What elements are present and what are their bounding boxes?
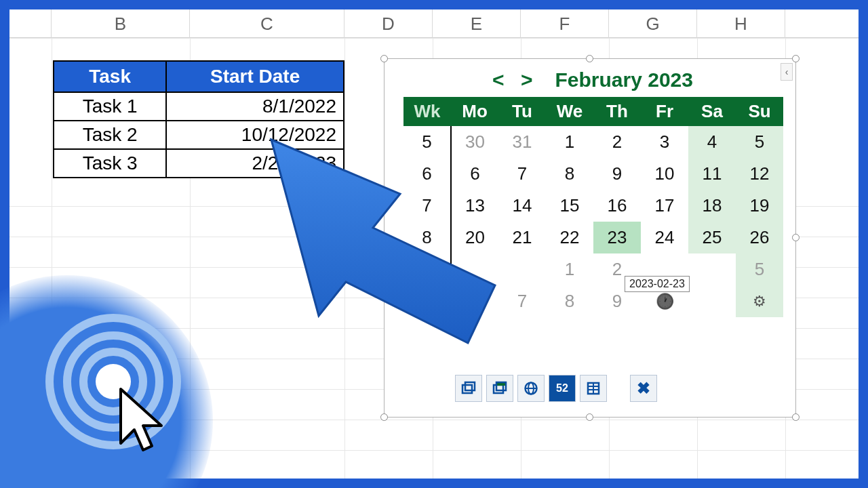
toolbar-window1-icon[interactable] — [455, 375, 482, 402]
start-date-header: Start Date — [166, 61, 344, 92]
day-cell[interactable]: 23 — [593, 222, 641, 253]
svg-rect-1 — [465, 382, 475, 390]
column-header-b[interactable]: B — [52, 9, 190, 38]
resize-handle[interactable] — [380, 413, 388, 421]
resize-handle[interactable] — [792, 413, 800, 421]
day-cell[interactable]: 15 — [546, 190, 593, 222]
column-header-g[interactable]: G — [609, 9, 697, 38]
day-cell[interactable]: 26 — [736, 222, 783, 253]
day-cell[interactable]: 30 — [451, 126, 498, 158]
resize-handle[interactable] — [380, 234, 388, 241]
day-cell[interactable]: 4 — [688, 126, 736, 158]
day-cell[interactable]: 3 — [641, 126, 688, 158]
calendar-title-bar: < > February 2023 — [384, 68, 795, 92]
day-cell[interactable]: 17 — [641, 190, 688, 222]
task-name-cell[interactable]: Task 1 — [54, 92, 166, 121]
day-cell[interactable]: 13 — [451, 190, 498, 222]
day-cell[interactable]: 6 — [451, 285, 498, 317]
day-cell[interactable]: 19 — [736, 190, 783, 222]
cursor-icon — [113, 385, 174, 460]
resize-handle[interactable] — [792, 55, 800, 62]
day-cell[interactable]: 25 — [688, 222, 736, 253]
day-cell[interactable]: 16 — [593, 190, 641, 222]
calendar-grid: WkMoTuWeThFrSaSu 53031123456678910111271… — [403, 97, 783, 317]
task-date-cell[interactable]: 10/12/2022 — [166, 121, 344, 149]
gear-icon[interactable]: ⚙ — [736, 285, 783, 317]
week-number: 9 — [403, 253, 451, 285]
weekday-header: Tu — [498, 97, 546, 126]
day-cell[interactable]: 31 — [498, 126, 546, 158]
toolbar-window2-icon[interactable] — [486, 375, 513, 402]
day-cell[interactable]: 7 — [498, 158, 546, 190]
day-cell[interactable]: 1 — [546, 126, 593, 158]
day-cell[interactable]: 5 — [736, 253, 783, 285]
day-cell — [688, 285, 736, 317]
app-frame: B C D E F G H Task Start Date — [0, 0, 868, 488]
column-header-h[interactable]: H — [697, 9, 785, 38]
day-cell[interactable]: 11 — [688, 158, 736, 190]
column-header-e[interactable]: E — [433, 9, 521, 38]
weekday-header: Th — [593, 97, 641, 126]
month-title[interactable]: February 2023 — [555, 68, 692, 91]
resize-handle[interactable] — [792, 234, 800, 241]
day-cell[interactable]: 21 — [498, 222, 546, 253]
weekday-header: Wk — [403, 97, 451, 126]
column-header-f[interactable]: F — [521, 9, 609, 38]
day-cell[interactable]: 7 — [498, 285, 546, 317]
prev-month-button[interactable]: < — [487, 68, 510, 91]
day-cell[interactable]: 9 — [593, 158, 641, 190]
resize-handle[interactable] — [586, 55, 593, 62]
day-cell[interactable]: 8 — [546, 285, 593, 317]
day-cell[interactable]: 6 — [451, 158, 498, 190]
week-number: 5 — [403, 126, 451, 158]
column-header-a[interactable] — [9, 9, 52, 38]
day-cell[interactable]: 1 — [546, 253, 593, 285]
day-cell[interactable]: 8 — [546, 158, 593, 190]
day-cell[interactable]: 12 — [736, 158, 783, 190]
weekday-header: We — [546, 97, 593, 126]
task-header: Task — [54, 61, 166, 92]
column-header-row: B C D E F G H — [9, 9, 859, 38]
week-number: 8 — [403, 222, 451, 253]
day-cell[interactable]: 24 — [641, 222, 688, 253]
table-row[interactable]: Task 1 8/1/2022 — [54, 92, 344, 121]
day-cell[interactable]: 20 — [451, 222, 498, 253]
task-name-cell[interactable]: Task 3 — [54, 149, 166, 178]
toolbar-week-number-icon[interactable]: 52 — [549, 375, 576, 402]
day-cell[interactable]: 18 — [688, 190, 736, 222]
toolbar-table-icon[interactable] — [580, 375, 607, 402]
task-name-cell[interactable]: Task 2 — [54, 121, 166, 149]
weekday-header: Fr — [641, 97, 688, 126]
task-table[interactable]: Task Start Date Task 1 8/1/2022 Task 2 1… — [53, 60, 344, 178]
svg-rect-0 — [462, 385, 472, 393]
task-date-cell[interactable]: 2/23/2023 — [166, 149, 344, 178]
weekday-header: Su — [736, 97, 783, 126]
weekday-header: Mo — [451, 97, 498, 126]
week-number: 7 — [403, 190, 451, 222]
task-date-cell[interactable]: 8/1/2022 — [166, 92, 344, 121]
toolbar-close-icon[interactable]: ✖ — [630, 375, 657, 402]
date-picker-object[interactable]: ‹ < > February 2023 WkMoTuWeThFrSaSu 530… — [384, 58, 796, 418]
resize-handle[interactable] — [380, 55, 388, 62]
table-row[interactable]: Task 3 2/23/2023 — [54, 149, 344, 178]
date-tooltip: 2023-02-23 — [625, 276, 690, 292]
spreadsheet-area: B C D E F G H Task Start Date — [9, 9, 859, 479]
week-number: 6 — [403, 158, 451, 190]
column-header-d[interactable]: D — [344, 9, 433, 38]
next-month-button[interactable]: > — [515, 68, 538, 91]
toolbar-globe-icon[interactable] — [517, 375, 545, 402]
week-number: 10 — [403, 285, 451, 317]
weekday-header: Sa — [688, 97, 736, 126]
svg-rect-2 — [494, 385, 503, 393]
day-cell[interactable]: 22 — [546, 222, 593, 253]
day-cell[interactable]: 5 — [736, 126, 783, 158]
column-header-c[interactable]: C — [190, 9, 344, 38]
day-cell[interactable]: 2 — [593, 126, 641, 158]
table-row[interactable]: Task 2 10/12/2022 — [54, 121, 344, 149]
day-cell[interactable]: 14 — [498, 190, 546, 222]
day-cell[interactable]: 10 — [641, 158, 688, 190]
calendar-toolbar: 52 ✖ — [455, 375, 657, 402]
resize-handle[interactable] — [586, 413, 593, 421]
